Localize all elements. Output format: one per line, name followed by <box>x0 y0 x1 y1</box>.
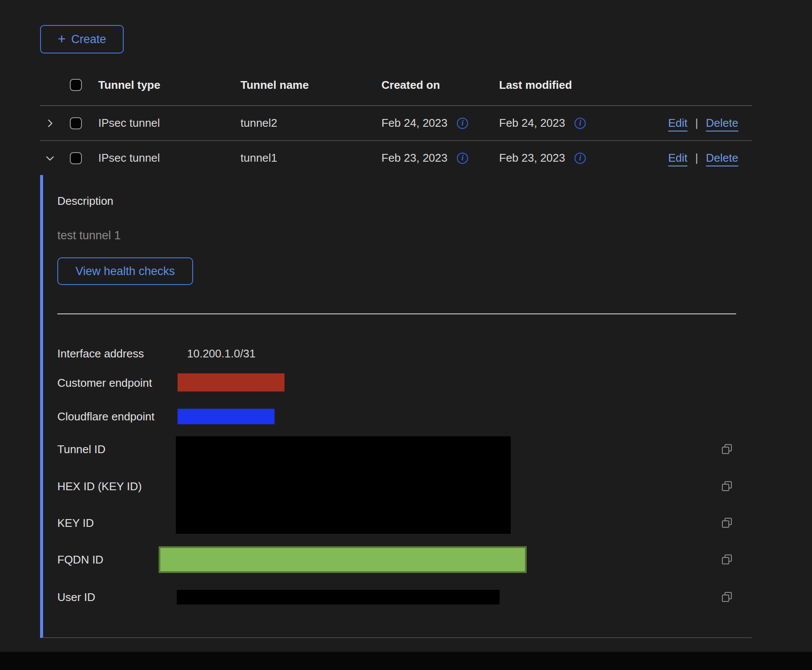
cloudflare-endpoint-label: Cloudflare endpoint <box>57 410 155 423</box>
key-id-label: KEY ID <box>57 516 94 530</box>
fqdn-id-label: FQDN ID <box>57 553 103 567</box>
user-id-redacted-value <box>177 590 500 604</box>
info-icon[interactable]: i <box>457 118 468 129</box>
copy-icon <box>721 591 734 604</box>
delete-link[interactable]: Delete <box>706 116 738 130</box>
tunnels-table: Tunnel type Tunnel name Created on Last … <box>40 65 752 175</box>
copy-fqdn-id-button[interactable] <box>721 553 734 566</box>
tunnel-name-cell: tunnel1 <box>240 151 381 165</box>
table-header-row: Tunnel type Tunnel name Created on Last … <box>40 65 752 106</box>
row-checkbox[interactable] <box>70 117 82 129</box>
description-value: test tunnel 1 <box>57 229 121 242</box>
delete-link[interactable]: Delete <box>706 151 738 165</box>
tunnel-type-cell: IPsec tunnel <box>98 116 240 130</box>
edit-link[interactable]: Edit <box>668 116 687 130</box>
column-header-last-modified: Last modified <box>499 78 641 92</box>
tunnel-name-cell: tunnel2 <box>240 116 381 130</box>
copy-icon <box>721 443 734 456</box>
create-button[interactable]: + Create <box>40 25 124 53</box>
column-header-tunnel-type: Tunnel type <box>98 78 240 92</box>
tunnel-ids-redacted-block <box>176 436 511 534</box>
last-modified-value: Feb 23, 2023 <box>499 151 565 165</box>
edit-link[interactable]: Edit <box>668 151 687 165</box>
tunnel-type-cell: IPsec tunnel <box>98 151 240 165</box>
copy-icon <box>721 553 734 566</box>
plus-icon: + <box>58 32 66 46</box>
tunnels-page: + Create Tunnel type Tunnel name Created… <box>0 0 812 670</box>
chevron-right-icon <box>44 118 56 129</box>
info-icon[interactable]: i <box>457 153 468 164</box>
action-separator: | <box>695 116 698 130</box>
copy-hex-id-button[interactable] <box>721 480 734 493</box>
collapse-row-button[interactable] <box>44 153 56 164</box>
table-row-tunnel1: IPsec tunnel tunnel1 Feb 23, 2023 i Feb … <box>40 141 752 175</box>
view-health-checks-button[interactable]: View health checks <box>57 257 193 285</box>
table-row-tunnel2: IPsec tunnel tunnel2 Feb 24, 2023 i Feb … <box>40 106 752 141</box>
section-divider <box>57 313 736 314</box>
tunnel1-expanded-panel: Description test tunnel 1 View health ch… <box>40 175 752 638</box>
column-header-created-on: Created on <box>381 78 499 92</box>
info-icon[interactable]: i <box>575 153 586 164</box>
create-button-label: Create <box>71 33 106 46</box>
expand-row-button[interactable] <box>44 118 56 129</box>
copy-user-id-button[interactable] <box>721 591 734 604</box>
copy-icon <box>721 517 734 529</box>
user-id-label: User ID <box>57 590 95 604</box>
interface-address-value: 10.200.1.0/31 <box>187 347 256 360</box>
copy-tunnel-id-button[interactable] <box>721 443 734 456</box>
customer-endpoint-label: Customer endpoint <box>57 376 152 390</box>
copy-key-id-button[interactable] <box>721 517 734 529</box>
bottom-black-strip <box>0 652 812 670</box>
created-on-value: Feb 24, 2023 <box>381 116 447 130</box>
copy-icon <box>721 480 734 493</box>
description-label: Description <box>57 194 113 208</box>
select-all-checkbox[interactable] <box>70 79 82 91</box>
row-checkbox[interactable] <box>70 152 82 164</box>
hex-id-label: HEX ID (KEY ID) <box>57 479 142 493</box>
interface-address-label: Interface address <box>57 347 144 360</box>
fqdn-id-redacted-value <box>159 546 527 573</box>
info-icon[interactable]: i <box>575 118 586 129</box>
action-separator: | <box>695 151 698 165</box>
cloudflare-endpoint-redacted-value <box>178 409 275 424</box>
last-modified-value: Feb 24, 2023 <box>499 116 565 130</box>
customer-endpoint-redacted-value <box>178 373 284 391</box>
created-on-value: Feb 23, 2023 <box>381 151 447 165</box>
tunnel-id-label: Tunnel ID <box>57 442 106 456</box>
chevron-down-icon <box>44 153 56 164</box>
column-header-tunnel-name: Tunnel name <box>240 78 381 92</box>
